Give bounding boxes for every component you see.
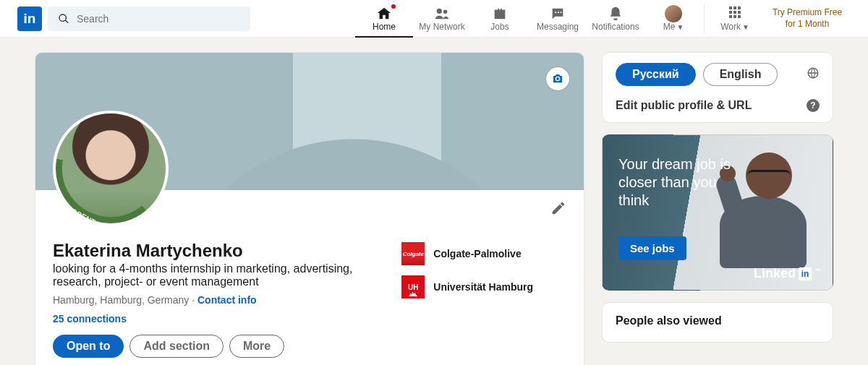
premium-upsell-link[interactable]: Try Premium Free for 1 Month xyxy=(764,0,851,38)
edit-profile-button[interactable] xyxy=(550,200,566,219)
people-also-viewed-card: People also viewed xyxy=(602,302,833,343)
search-box xyxy=(48,7,250,31)
language-toggle: Русский English xyxy=(616,63,820,86)
camera-icon xyxy=(552,73,563,85)
search-input[interactable] xyxy=(48,7,250,31)
add-section-button[interactable]: Add section xyxy=(129,335,224,358)
profile-location: Hamburg, Hamburg, Germany xyxy=(53,294,189,306)
svg-point-1 xyxy=(443,9,448,14)
nav-messaging-label: Messaging xyxy=(537,22,579,32)
trademark-icon: ™ xyxy=(814,267,821,275)
avatar-image: #OPENTOWORK xyxy=(56,113,166,223)
briefcase-icon xyxy=(492,6,508,22)
profile-column: #OPENTOWORK Ekaterina Martychenko lookin… xyxy=(35,52,584,365)
profile-card: #OPENTOWORK Ekaterina Martychenko lookin… xyxy=(35,52,584,365)
nav-work-label: Work▼ xyxy=(720,22,749,32)
experience-label: Colgate-Palmolive xyxy=(433,248,521,259)
nav-notifications-label: Notifications xyxy=(592,22,639,32)
ad-headline: Your dream job is closer than you think xyxy=(618,155,734,210)
location-separator: · xyxy=(189,294,197,306)
experience-summary: Colgate Colgate-Palmolive UH Universität… xyxy=(401,242,533,299)
nav-home[interactable]: Home xyxy=(355,0,413,38)
linkedin-wordmark: Linked in ™ xyxy=(754,266,821,281)
see-jobs-button[interactable]: See jobs xyxy=(618,236,686,260)
experience-item[interactable]: Colgate Colgate-Palmolive xyxy=(401,242,533,265)
jobs-ad-card[interactable]: Your dream job is closer than you think … xyxy=(602,134,833,291)
lang-english-button[interactable]: English xyxy=(703,63,778,86)
sidebar-column: Русский English Edit public profile & UR… xyxy=(602,52,833,365)
colgate-logo: Colgate xyxy=(401,242,425,265)
people-also-viewed-title: People also viewed xyxy=(616,314,820,327)
caret-down-icon: ▼ xyxy=(676,23,684,31)
nav-separator xyxy=(704,4,705,33)
main-content: #OPENTOWORK Ekaterina Martychenko lookin… xyxy=(0,38,868,365)
pencil-icon xyxy=(550,200,566,216)
apps-grid-icon xyxy=(729,6,741,22)
ad-brand-text: Linked xyxy=(754,266,796,281)
open-to-button[interactable]: Open to xyxy=(53,335,124,358)
lang-russian-button[interactable]: Русский xyxy=(616,63,696,86)
help-icon[interactable]: ? xyxy=(807,99,820,112)
nav-me[interactable]: Me▼ xyxy=(644,0,702,38)
edit-cover-button[interactable] xyxy=(546,67,569,90)
linkedin-logo[interactable]: in xyxy=(17,7,42,31)
globe-icon[interactable] xyxy=(807,66,820,82)
edit-public-profile-link[interactable]: Edit public profile & URL ? xyxy=(616,99,820,112)
profile-photo[interactable]: #OPENTOWORK xyxy=(53,111,169,226)
nav-work[interactable]: Work▼ xyxy=(706,0,764,38)
nav-jobs-label: Jobs xyxy=(490,22,509,32)
profile-actions: Open to Add section More xyxy=(53,335,566,358)
profile-body: #OPENTOWORK Ekaterina Martychenko lookin… xyxy=(35,190,584,365)
nav-network[interactable]: My Network xyxy=(413,0,471,38)
linkedin-square-icon: in xyxy=(799,267,812,280)
nav-network-label: My Network xyxy=(419,22,464,32)
language-profile-card: Русский English Edit public profile & UR… xyxy=(602,52,833,123)
nav-jobs[interactable]: Jobs xyxy=(471,0,529,38)
global-header: in Home My Network Jobs xyxy=(0,0,868,38)
caret-down-icon: ▼ xyxy=(742,23,749,31)
nav-me-label: Me▼ xyxy=(663,22,684,32)
more-button[interactable]: More xyxy=(229,335,284,358)
nav-messaging[interactable]: Messaging xyxy=(529,0,587,38)
connections-link[interactable]: 25 connections xyxy=(53,313,566,325)
message-icon xyxy=(550,6,566,22)
profile-headline: looking for a 4-months internship in mar… xyxy=(53,262,400,288)
search-icon xyxy=(58,13,69,27)
edit-public-label: Edit public profile & URL xyxy=(616,99,752,112)
svg-point-0 xyxy=(437,8,442,13)
nav-notifications[interactable]: Notifications xyxy=(587,0,644,38)
bell-icon xyxy=(608,6,624,22)
home-notification-badge xyxy=(390,3,397,10)
contact-info-link[interactable]: Contact info xyxy=(197,294,257,306)
uni-hamburg-logo: UH xyxy=(401,275,425,299)
experience-label: Universität Hamburg xyxy=(433,281,533,293)
people-icon xyxy=(433,6,451,22)
me-avatar-icon xyxy=(665,6,682,22)
top-nav: Home My Network Jobs Messaging Notificat… xyxy=(355,0,851,38)
nav-home-label: Home xyxy=(373,22,396,32)
experience-item[interactable]: UH Universität Hamburg xyxy=(401,275,533,299)
